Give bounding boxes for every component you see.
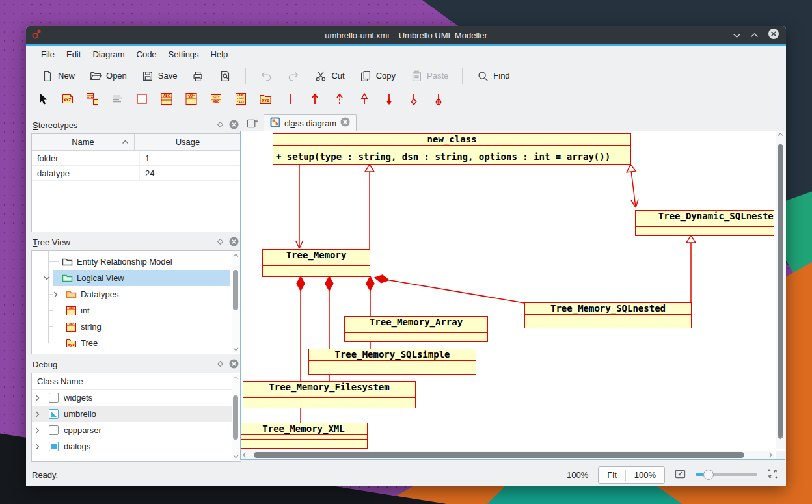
debug-item-umbrello[interactable]: umbrello bbox=[32, 406, 241, 422]
tree-item-logical-view[interactable]: Logical View bbox=[32, 270, 241, 286]
close-button[interactable] bbox=[768, 28, 779, 42]
scroll-up-icon[interactable] bbox=[232, 374, 240, 382]
menu-help[interactable]: Help bbox=[205, 47, 234, 61]
float-panel-icon[interactable] bbox=[217, 360, 224, 369]
enum-tool[interactable]: ABCDEF123 bbox=[233, 92, 249, 108]
note-tool[interactable]: XYZ bbox=[60, 92, 75, 108]
close-panel-icon[interactable] bbox=[229, 359, 239, 371]
debug-item-cppparser[interactable]: cppparser bbox=[32, 422, 241, 438]
stereotype-row[interactable]: folder1 bbox=[32, 151, 241, 166]
containment-tool[interactable] bbox=[431, 92, 446, 108]
tree-item-tree[interactable]: xyzTree bbox=[32, 335, 241, 351]
column-header-usage[interactable]: Usage bbox=[135, 134, 241, 150]
datatype-tool[interactable]: «XY»ABC bbox=[208, 92, 224, 108]
association-tool[interactable] bbox=[282, 92, 298, 108]
tree-expander-icon[interactable] bbox=[35, 411, 40, 418]
uml-class-Tree_Memory_Array[interactable]: Tree_Memory_Array bbox=[344, 316, 488, 342]
tree-item-entity-relationship-model[interactable]: Entity Relationship Model bbox=[32, 254, 241, 270]
select-arrow-tool[interactable] bbox=[35, 92, 51, 108]
scroll-right-icon[interactable] bbox=[768, 451, 772, 459]
tree-view-scrollbar[interactable] bbox=[232, 252, 240, 353]
scrollbar-thumb[interactable] bbox=[254, 452, 744, 458]
float-panel-icon[interactable] bbox=[217, 237, 224, 247]
uml-class-Tree_Dynamic_SQLnested[interactable]: Tree_Dynamic_SQLnested bbox=[635, 210, 774, 236]
directed-association-tool[interactable] bbox=[307, 92, 323, 108]
minimize-button[interactable] bbox=[733, 29, 741, 41]
tree-expander-icon[interactable] bbox=[53, 291, 58, 298]
tree-item-string[interactable]: ABCstring bbox=[32, 319, 241, 335]
maximize-button[interactable] bbox=[750, 29, 759, 41]
anchor-tool[interactable]: XYZ bbox=[85, 92, 100, 108]
text-tool[interactable] bbox=[109, 92, 125, 108]
scrollbar-thumb[interactable] bbox=[778, 144, 783, 438]
menu-settings[interactable]: Settings bbox=[163, 47, 205, 61]
find-button[interactable]: Find bbox=[470, 66, 515, 86]
fit-button[interactable]: Fit bbox=[599, 467, 625, 483]
print-button[interactable] bbox=[185, 66, 210, 86]
new-tab-button[interactable] bbox=[244, 116, 260, 130]
float-panel-icon[interactable] bbox=[217, 120, 224, 130]
package-tool[interactable]: XYZ bbox=[258, 92, 273, 108]
checkbox-unchecked[interactable] bbox=[49, 425, 59, 435]
new-button[interactable]: New bbox=[35, 66, 81, 86]
generalization-tool[interactable] bbox=[357, 92, 372, 108]
checkbox-partial[interactable] bbox=[49, 409, 59, 419]
debug-scrollbar[interactable] bbox=[232, 374, 240, 460]
scroll-down-icon[interactable] bbox=[776, 436, 785, 440]
scroll-down-icon[interactable] bbox=[232, 453, 240, 460]
stereotypes-panel-header[interactable]: Stereotypes bbox=[31, 117, 241, 133]
close-panel-icon[interactable] bbox=[229, 120, 239, 131]
copy-button[interactable]: Copy bbox=[353, 66, 401, 86]
column-header-name[interactable]: Name bbox=[32, 134, 135, 150]
dependency-tool[interactable] bbox=[332, 92, 347, 108]
print-preview-button[interactable] bbox=[213, 66, 237, 86]
fullscreen-icon[interactable] bbox=[767, 468, 778, 481]
tree-expander-icon[interactable] bbox=[35, 395, 40, 401]
debug-item-dialogs[interactable]: dialogs bbox=[32, 438, 241, 455]
scroll-down-icon[interactable] bbox=[232, 345, 240, 353]
close-panel-icon[interactable] bbox=[229, 237, 239, 248]
cut-button[interactable]: Cut bbox=[308, 66, 350, 86]
tree-expander-icon[interactable] bbox=[44, 276, 50, 280]
zoom-slider[interactable] bbox=[696, 470, 757, 480]
composition-tool[interactable] bbox=[406, 92, 422, 108]
box-tool[interactable] bbox=[134, 92, 150, 108]
uml-class-Tree_Memory_Filesystem[interactable]: Tree_Memory_Filesystem bbox=[243, 381, 416, 408]
tree-item-int[interactable]: ABCint bbox=[32, 302, 241, 319]
tree-expander-icon[interactable] bbox=[35, 444, 40, 450]
checkbox-checked[interactable] bbox=[49, 442, 59, 451]
close-tab-icon[interactable] bbox=[340, 117, 350, 129]
horizontal-scrollbar[interactable] bbox=[241, 451, 774, 459]
save-button[interactable]: Save bbox=[135, 66, 183, 86]
uml-class-Tree_Memory_SQLsimple[interactable]: Tree_Memory_SQLsimple bbox=[308, 349, 476, 375]
class-tool[interactable]: ABC bbox=[159, 92, 174, 108]
uml-class-Tree_Memory_SQLnested[interactable]: Tree_Memory_SQLnested bbox=[524, 302, 692, 328]
scroll-left-icon[interactable] bbox=[243, 451, 247, 459]
aggregation-tool[interactable] bbox=[381, 92, 397, 108]
menu-file[interactable]: File bbox=[35, 47, 61, 61]
scroll-up-icon[interactable] bbox=[776, 133, 785, 137]
debug-column-header[interactable]: Class Name bbox=[32, 373, 241, 390]
scrollbar-thumb[interactable] bbox=[233, 395, 238, 440]
menu-code[interactable]: Code bbox=[131, 47, 163, 61]
scroll-up-icon[interactable] bbox=[232, 252, 240, 259]
tree-expander-icon[interactable] bbox=[35, 427, 40, 434]
tree-item-datatypes[interactable]: Datatypes bbox=[32, 286, 241, 302]
stereotype-row[interactable]: datatype24 bbox=[32, 166, 241, 181]
titlebar[interactable]: umbrello-uml.xmi – Umbrello UML Modeller bbox=[26, 26, 786, 44]
slider-knob[interactable] bbox=[703, 470, 714, 480]
uml-class-Tree_Memory_XML[interactable]: Tree_Memory_XML bbox=[241, 423, 368, 449]
interface-tool[interactable]: «XY»ABC bbox=[183, 92, 199, 108]
fit-page-icon[interactable] bbox=[675, 468, 686, 481]
debug-panel-header[interactable]: Debug bbox=[31, 356, 241, 373]
tab-class-diagram[interactable]: class diagram bbox=[264, 114, 357, 131]
zoom-100-button[interactable]: 100% bbox=[626, 467, 664, 483]
checkbox-unchecked[interactable] bbox=[49, 393, 59, 403]
menu-edit[interactable]: Edit bbox=[61, 47, 87, 61]
debug-item-widgets[interactable]: widgets bbox=[32, 390, 241, 406]
uml-class-Tree_Memory[interactable]: Tree_Memory bbox=[262, 249, 370, 277]
scrollbar-thumb[interactable] bbox=[233, 270, 238, 310]
tree-view-panel-header[interactable]: Tree View bbox=[31, 234, 241, 250]
diagram-canvas[interactable]: new_class+ setup(type : string, dsn : st… bbox=[241, 131, 774, 449]
uml-class-new_class[interactable]: new_class+ setup(type : string, dsn : st… bbox=[273, 133, 631, 165]
